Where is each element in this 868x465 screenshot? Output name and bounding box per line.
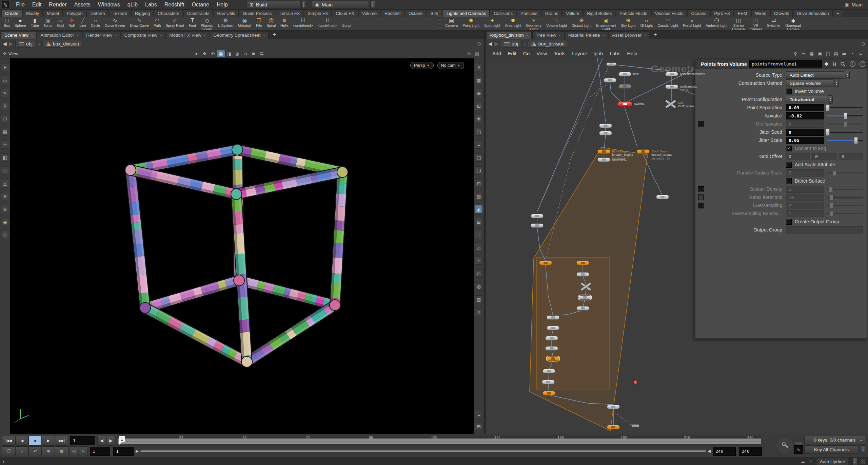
close-icon[interactable]: × xyxy=(77,33,79,37)
param-field-jitter-scale[interactable]: 8.05 xyxy=(786,137,824,144)
transport-play-reverse-button[interactable]: ◀ xyxy=(15,436,28,446)
viewport-tool-icon-2[interactable]: ⟲ xyxy=(209,50,217,57)
shelf-tool-sphere[interactable]: ●Sphere xyxy=(12,18,28,27)
pane-corner-icon-1[interactable]: ⊞ xyxy=(475,422,483,430)
network-node-unnamed[interactable] xyxy=(545,346,558,351)
shelf-tool-area-light[interactable]: ✹Area Light xyxy=(502,18,524,27)
viewport-left-tool-icon-2[interactable]: ✎ xyxy=(1,89,9,97)
shelf-tool-stereo-camera[interactable]: ◫Stereo Camera xyxy=(730,18,747,30)
step-back-button[interactable]: ◀| xyxy=(97,436,106,446)
checkbox-icon[interactable] xyxy=(698,121,704,127)
forward-icon[interactable]: ▶ xyxy=(495,41,499,47)
viewport-left-tool-icon-11[interactable]: ⊕ xyxy=(1,205,9,213)
checkbox-icon[interactable] xyxy=(698,203,704,208)
shelf-tab-constraints[interactable]: Constraints xyxy=(183,10,213,17)
checkbox-invert-volume[interactable] xyxy=(786,89,792,94)
network-node-unnamed[interactable] xyxy=(545,336,558,340)
param-slider-relax-iterations[interactable] xyxy=(827,194,863,201)
param-slider-oversampling[interactable] xyxy=(827,202,863,209)
range-end-field[interactable]: 240 xyxy=(713,447,736,456)
breadcrumb-box-division[interactable]: box_division xyxy=(42,40,82,48)
network-menu-qlib[interactable]: qLib xyxy=(590,50,606,57)
range-start-field-2[interactable]: 1 xyxy=(113,447,134,456)
viewport-left-tool-icon-7[interactable]: ◧ xyxy=(1,153,9,162)
breadcrumb-obj[interactable]: obj xyxy=(501,40,521,48)
spinner-icon[interactable]: ▴▾ xyxy=(828,95,833,104)
playbar-option-icon-2[interactable]: ↶ xyxy=(28,446,42,456)
network-node-unnamed[interactable] xyxy=(606,62,616,66)
shelf-tab-item[interactable]: + xyxy=(833,10,843,17)
network-menu-labs[interactable]: Labs xyxy=(606,50,624,57)
network-node-unnamed[interactable] xyxy=(607,425,620,429)
menu-file[interactable]: File xyxy=(12,1,28,8)
viewport-tool-icon-3[interactable]: ▦ xyxy=(217,50,225,57)
set-key-button[interactable] xyxy=(776,436,794,454)
range-start-field[interactable]: 1 xyxy=(90,447,110,456)
shelf-tool-undefined[interactable]: H<undefined> xyxy=(291,18,315,27)
playbar-option-icon-1[interactable]: ♪ xyxy=(15,446,28,456)
param-field-point-separation[interactable]: 0.03 xyxy=(786,104,824,111)
shelf-tab-deform[interactable]: Deform xyxy=(87,10,109,17)
pane-tab-obj-box-division[interactable]: /obj/box_division× xyxy=(487,31,532,39)
slider-handle[interactable] xyxy=(832,170,836,176)
network-node-unnamed[interactable] xyxy=(599,124,612,128)
resize-grip[interactable] xyxy=(861,459,865,464)
close-icon[interactable]: × xyxy=(160,33,162,37)
checkbox-dither-surface[interactable] xyxy=(786,178,792,184)
network-node-out-noise[interactable]: NullOUT_Noise xyxy=(665,101,676,106)
network-menu-help[interactable]: Help xyxy=(624,50,641,57)
slider-handle[interactable] xyxy=(844,122,847,127)
viewport-right-tool-icon-0[interactable]: ≡ xyxy=(475,63,483,71)
viewport-left-tool-icon-1[interactable]: ▭ xyxy=(1,76,9,84)
back-icon[interactable]: ◀ xyxy=(3,41,7,47)
param-field-relax-iterations[interactable]: 10 xyxy=(786,194,824,201)
viewport-left-tool-icon-8[interactable]: ◇ xyxy=(1,166,9,174)
network-node-box1[interactable]: box1 xyxy=(618,72,631,76)
spinner-icon[interactable]: ▴▾ xyxy=(834,79,839,87)
checkbox-convert-to-fog[interactable]: ✔ xyxy=(786,146,792,151)
transport-stop-button[interactable]: ■ xyxy=(28,436,42,446)
viewport-tool-icon-0[interactable]: ➤ xyxy=(192,50,200,57)
shelf-tool-null[interactable]: ✛Null xyxy=(66,18,77,27)
param-slider-point-separation[interactable] xyxy=(827,104,863,111)
shelf-tool-caustic-light[interactable]: ◠Caustic Light xyxy=(655,18,680,27)
shelf-tool-environment-light[interactable]: ◉Environment Light xyxy=(594,18,618,30)
shelf-tab-collisions[interactable]: Collisions xyxy=(490,10,516,17)
shelf-tool-script[interactable]: Script xyxy=(340,18,354,27)
shelf-tool-vr-camera[interactable]: ◰VR Camera xyxy=(747,18,765,30)
shelf-tab-fem[interactable]: FEM xyxy=(734,10,751,17)
transport-go-end-button[interactable]: ▶▶| xyxy=(55,436,68,446)
shelf-tab-rigging[interactable]: Rigging xyxy=(131,10,154,17)
viewport-right-tool-icon-3[interactable]: ⊞ xyxy=(475,102,483,110)
network-node-switch1[interactable]: switch1 xyxy=(617,102,633,107)
pane-tab-composite-view[interactable]: Composite View× xyxy=(121,31,165,39)
network-node-attribcreate1[interactable]: attribcreate1select xyxy=(665,85,678,89)
shelf-tool-l-system[interactable]: ❋L-System xyxy=(216,18,235,27)
viewport-left-tool-icon-4[interactable]: ❍ xyxy=(1,115,9,123)
breadcrumb-obj[interactable]: obj xyxy=(15,40,36,48)
help-icon[interactable]: ? xyxy=(860,61,865,67)
viewport-right-tool-icon-6[interactable]: ◒ xyxy=(475,141,483,149)
param-dropdown-point-configuration[interactable]: Tetrahedral xyxy=(786,96,827,103)
network-node-unnamed[interactable] xyxy=(580,284,591,289)
network-node-unnamed[interactable] xyxy=(547,326,559,330)
checkbox-create-output-group[interactable] xyxy=(786,219,792,225)
pane-tab-material-palette[interactable]: Material Palette× xyxy=(565,31,608,39)
shelf-tool-metaball[interactable]: ◉Metaball xyxy=(236,18,254,27)
spinner-icon[interactable]: ▴▾ xyxy=(845,71,850,79)
shelf-tool-volume-light[interactable]: ♨Volume Light xyxy=(544,18,569,27)
viewport-tool-icon-4[interactable]: ◨ xyxy=(225,50,233,57)
pane-tab-asset-browser[interactable]: Asset Browser× xyxy=(609,31,649,39)
slider-handle[interactable] xyxy=(830,203,833,208)
shelf-tool-camera[interactable]: ▣Camera xyxy=(443,18,460,27)
desktop-selector-spinner[interactable]: ▴▾ xyxy=(301,1,306,9)
shelf-tab-grains[interactable]: Grains xyxy=(541,10,562,17)
viewport-right-tool-icon-16[interactable]: ⊙ xyxy=(475,269,483,278)
viewport-right-tool-icon-11[interactable]: ◭ xyxy=(475,205,483,213)
shelf-tab-viscous-fluids[interactable]: Viscous Fluids xyxy=(651,10,687,17)
shelf-tab-pyro-fx[interactable]: Pyro FX xyxy=(710,10,734,17)
slider-handle[interactable] xyxy=(829,187,833,192)
network-node-unnamed[interactable] xyxy=(607,405,620,409)
network-menu-view[interactable]: View xyxy=(533,50,550,57)
houdini-engine-icon[interactable]: H xyxy=(832,61,836,67)
